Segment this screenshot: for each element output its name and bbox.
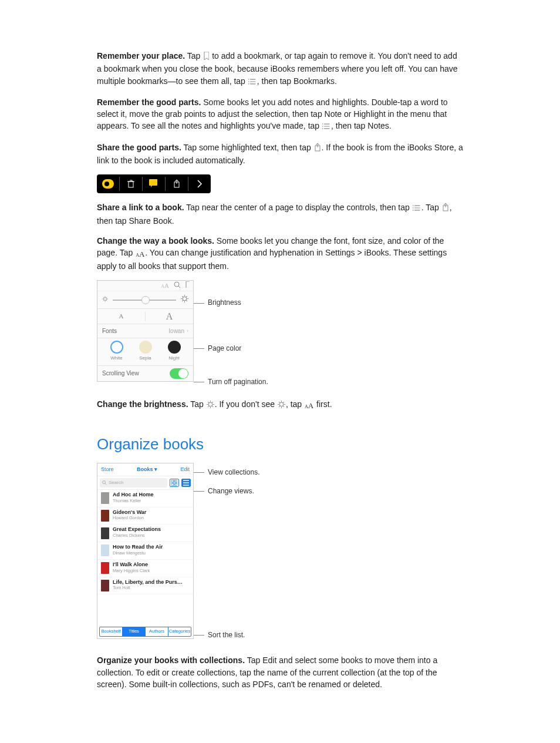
text-size-icon: AA: [136, 248, 144, 260]
bookmark-icon: [185, 281, 190, 291]
organize-figure: Store Books ▾ Edit Search Ad Hoc at Home…: [97, 463, 463, 640]
scrolling-view-row[interactable]: Scrolling View: [97, 366, 193, 381]
list-item[interactable]: How to Read the AirDinaw Mengestu: [97, 542, 193, 560]
appearance-panel-figure: AA A A Fonts Iowan › White Sepia Night S…: [97, 280, 463, 387]
list-item[interactable]: Life, Liberty, and the Purs…Tom Holt: [97, 577, 193, 595]
lead: Change the brightness.: [97, 399, 188, 409]
para-change-look: Change the way a book looks. Some books …: [97, 235, 463, 272]
lead: Change the way a book looks.: [97, 236, 214, 246]
list-view-button[interactable]: [181, 479, 191, 487]
highlight-color-icon: [100, 177, 116, 191]
sun-icon: [207, 399, 214, 411]
bookmark-icon: [203, 51, 209, 63]
sort-tabs: Bookshelf Titles Authors Categories: [99, 627, 191, 637]
appearance-callouts: Brightness Page color Turn off paginatio…: [194, 280, 268, 387]
lead: Organize your books with collections.: [97, 655, 245, 665]
trash-icon: [123, 177, 139, 191]
section-heading-organize: Organize books: [97, 433, 463, 456]
callout-pagination: Turn off pagination.: [208, 377, 268, 387]
note-icon: [146, 177, 161, 191]
color-night[interactable]: [168, 341, 181, 354]
appearance-panel: AA A A Fonts Iowan › White Sepia Night S…: [97, 280, 194, 382]
callout-sort: Sort the list.: [208, 630, 245, 640]
fonts-row[interactable]: Fonts Iowan ›: [97, 324, 193, 338]
scrolling-label: Scrolling View: [102, 369, 139, 378]
text-size-icon: AA: [305, 399, 313, 412]
search-input[interactable]: Search: [100, 478, 167, 488]
size-smaller[interactable]: A: [97, 312, 146, 321]
color-sepia[interactable]: [139, 341, 152, 354]
tab-authors[interactable]: Authors: [146, 627, 168, 636]
store-link[interactable]: Store: [101, 466, 114, 473]
text-size-icon: AA: [161, 281, 169, 291]
chevron-right-icon: [192, 177, 207, 191]
list-icon: [248, 76, 257, 88]
list-item[interactable]: Gideon's WarHoward Gordon: [97, 507, 193, 525]
fonts-label: Fonts: [102, 327, 117, 336]
size-larger[interactable]: A: [146, 310, 193, 323]
para-share-link: Share a link to a book. Tap near the cen…: [97, 201, 463, 227]
share-icon: [314, 143, 321, 154]
tab-titles[interactable]: Titles: [123, 627, 146, 636]
callout-change-views: Change views.: [208, 486, 254, 496]
callout-brightness: Brightness: [208, 298, 241, 308]
sun-icon: [278, 399, 285, 411]
list-item[interactable]: I'll Walk AloneMary Higgins Clark: [97, 560, 193, 577]
list-icon: [413, 203, 421, 214]
brightness-slider[interactable]: [97, 291, 193, 309]
callout-view-collections: View collections.: [208, 468, 260, 478]
color-white[interactable]: [110, 341, 123, 354]
share-icon: [442, 203, 449, 214]
edit-button[interactable]: Edit: [180, 466, 190, 473]
font-name: Iowan: [168, 327, 184, 336]
collection-name[interactable]: Books ▾: [137, 466, 157, 473]
organize-callouts: View collections. Change views. Sort the…: [194, 463, 260, 640]
bookshelf-panel: Store Books ▾ Edit Search Ad Hoc at Home…: [97, 463, 194, 639]
scrolling-toggle[interactable]: [170, 368, 188, 379]
lead: Share the good parts.: [97, 143, 181, 152]
search-placeholder: Search: [109, 479, 123, 486]
text-size-control[interactable]: A A: [97, 309, 193, 324]
lead: Share a link to a book.: [97, 203, 184, 212]
tab-categories[interactable]: Categories: [168, 627, 191, 636]
sun-large-icon: [181, 295, 188, 305]
para-remember-place: Remember your place. Tap to add a bookma…: [97, 50, 463, 88]
para-remember-good-parts: Remember the good parts. Some books let …: [97, 96, 463, 133]
lead: Remember the good parts.: [97, 98, 201, 107]
sun-small-icon: [102, 296, 108, 305]
chevron-down-icon: ▾: [154, 466, 157, 472]
para-share-good-parts: Share the good parts. Tap some highlight…: [97, 142, 463, 167]
tab-bookshelf[interactable]: Bookshelf: [100, 627, 123, 636]
para-organize-collections: Organize your books with collections. Ta…: [97, 654, 463, 690]
list-icon: [322, 121, 330, 133]
grid-view-button[interactable]: [170, 479, 179, 487]
lead: Remember your place.: [97, 51, 185, 60]
page-color-row[interactable]: White Sepia Night: [97, 338, 193, 366]
chevron-right-icon: ›: [187, 327, 188, 335]
svg-point-14: [104, 181, 109, 186]
highlight-toolbar: [97, 174, 211, 193]
share-icon: [169, 177, 184, 191]
list-item[interactable]: Ad Hoc at HomeThomas Keller: [97, 490, 193, 507]
callout-pagecolor: Page color: [208, 344, 241, 354]
para-change-brightness: Change the brightness. Tap . If you don'…: [97, 398, 463, 412]
search-icon: [174, 281, 180, 291]
bookshelf-header: Store Books ▾ Edit: [97, 463, 193, 476]
list-item[interactable]: Great ExpectationsCharles Dickens: [97, 525, 193, 542]
